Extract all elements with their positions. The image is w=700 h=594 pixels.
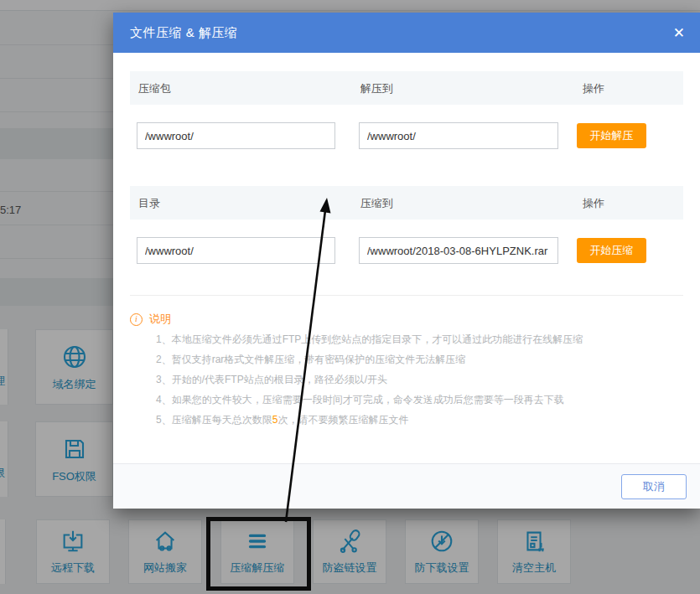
note-item: 3、开始的/代表FTP站点的根目录，路径必须以/开头 — [156, 369, 683, 390]
dialog-header: 文件压缩 & 解压缩 ✕ — [113, 13, 700, 53]
note-item: 2、暂仅支持rar格式文件解压缩，带有密码保护的压缩文件无法解压缩 — [156, 349, 683, 369]
info-icon: i — [130, 313, 143, 326]
decompress-source-input[interactable] — [137, 122, 335, 149]
col-header-package: 压缩包 — [138, 81, 171, 96]
compress-source-input[interactable] — [137, 237, 335, 264]
notes-title: 说明 — [149, 312, 171, 327]
decompress-target-input[interactable] — [359, 122, 558, 149]
compress-target-input[interactable] — [359, 237, 558, 264]
compress-form-row: 开始压缩 — [130, 237, 683, 264]
notes-section: i 说明 1、本地压缩文件必须先通过FTP上传到您站点的指定目录下，才可以通过此… — [130, 306, 683, 430]
note-item: 5、压缩解压每天总次数限5次，请不要频繁压缩解压文件 — [156, 410, 683, 430]
notes-title-line: i 说明 — [130, 309, 683, 329]
col-header-directory: 目录 — [138, 196, 160, 211]
start-decompress-button[interactable]: 开始解压 — [577, 123, 646, 148]
col-header-extract-to: 解压到 — [360, 81, 393, 96]
compress-header-row: 目录 压缩到 操作 — [130, 186, 683, 220]
decompress-form-row: 开始解压 — [130, 122, 683, 149]
close-icon[interactable]: ✕ — [673, 26, 685, 40]
decompress-header-row: 压缩包 解压到 操作 — [130, 71, 683, 105]
dialog-title: 文件压缩 & 解压缩 — [130, 25, 237, 41]
dialog-footer: 取消 — [113, 463, 700, 509]
page: 5:17 理 限 域名绑定 FSO权限 — [0, 0, 700, 594]
cancel-button[interactable]: 取消 — [621, 474, 687, 499]
section-divider — [130, 295, 683, 296]
col-header-compress-to: 压缩到 — [360, 196, 393, 211]
col-header-action: 操作 — [583, 81, 604, 96]
note-item: 4、如果您的文件较大，压缩需要一段时间才可完成，命令发送成功后您需要等一段再去下… — [156, 390, 683, 410]
compress-decompress-dialog: 文件压缩 & 解压缩 ✕ 压缩包 解压到 操作 开始解压 目录 压缩到 操作 开… — [113, 13, 700, 509]
note-item: 1、本地压缩文件必须先通过FTP上传到您站点的指定目录下，才可以通过此功能进行在… — [156, 329, 683, 349]
col-header-action: 操作 — [583, 196, 604, 211]
start-compress-button[interactable]: 开始压缩 — [577, 238, 646, 263]
